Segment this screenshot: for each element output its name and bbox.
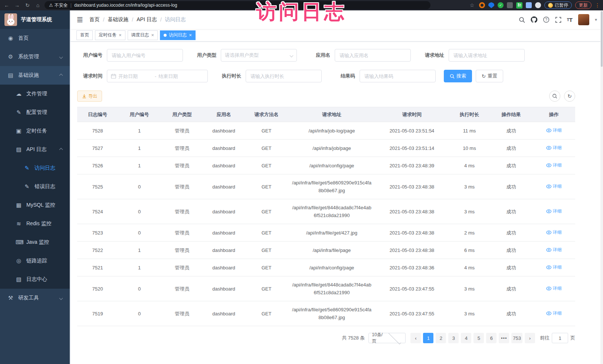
- hide-search-icon[interactable]: [549, 91, 560, 102]
- sidebar-item-file-management[interactable]: ☁文件管理: [0, 85, 70, 103]
- address-bar[interactable]: ⚠不安全 | dashboard.yudao.iocoder.cn/infra/…: [45, 1, 430, 9]
- tab-access-log[interactable]: 访问日志×: [160, 30, 196, 40]
- page-button[interactable]: 1: [423, 333, 433, 343]
- sidebar-item-trace[interactable]: ◎链路追踪: [0, 252, 70, 270]
- breadcrumb-item[interactable]: 基础设施: [108, 16, 128, 23]
- fullscreen-icon[interactable]: [555, 17, 561, 23]
- sidebar-item-devtools[interactable]: ⚒研发工具: [0, 289, 70, 307]
- sidebar-item-home[interactable]: ◉首页: [0, 29, 70, 47]
- start-date-input[interactable]: [118, 73, 153, 79]
- breadcrumb-item[interactable]: API 日志: [137, 16, 157, 23]
- extensions-pin-icon[interactable]: [535, 2, 541, 8]
- cell-action: 详细: [532, 259, 575, 276]
- page-button[interactable]: 3: [448, 333, 459, 343]
- sidebar-item-log-center[interactable]: ▧日志中心: [0, 270, 70, 289]
- extension-icon-blocks[interactable]: [507, 2, 513, 8]
- tab-job-log[interactable]: 调度日志×: [128, 30, 158, 40]
- breadcrumb-item[interactable]: 首页: [89, 16, 99, 23]
- detail-link[interactable]: 详细: [546, 183, 562, 190]
- page-button[interactable]: 2: [436, 333, 446, 343]
- tab-scheduled-jobs[interactable]: 定时任务×: [95, 30, 125, 40]
- tab-home[interactable]: 首页: [76, 30, 93, 40]
- translate-icon[interactable]: 翻: [516, 2, 522, 9]
- user-type-select[interactable]: 请选择用户类型: [221, 49, 297, 62]
- cell-user-id: 0: [118, 174, 161, 199]
- export-button[interactable]: 导出: [77, 91, 102, 102]
- detail-link[interactable]: 详细: [546, 127, 562, 134]
- chevron-down-icon[interactable]: ▾: [595, 17, 597, 22]
- help-icon[interactable]: ?: [543, 16, 550, 23]
- duration-input[interactable]: [246, 70, 322, 82]
- app-logo[interactable]: 芋道管理系统: [0, 10, 70, 29]
- page-button[interactable]: 6: [486, 333, 497, 343]
- font-size-icon[interactable]: TT: [567, 17, 573, 23]
- sidebar-item-label: 链路追踪: [26, 258, 47, 264]
- table-row: 75271管理员dashboardGET/api/infra/job/page2…: [77, 140, 575, 157]
- sidebar-item-api-log[interactable]: ▨API 日志: [0, 140, 70, 159]
- sidebar-item-scheduled-jobs[interactable]: ▣定时任务: [0, 122, 70, 140]
- reset-button[interactable]: ↻ 重置: [476, 70, 503, 82]
- close-icon[interactable]: ×: [151, 33, 154, 37]
- update-button[interactable]: 更新: [575, 1, 591, 9]
- date-range-picker[interactable]: -: [107, 70, 208, 82]
- address-separator: |: [71, 3, 72, 8]
- detail-link[interactable]: 详细: [546, 229, 562, 236]
- sidebar-item-java-monitor[interactable]: ⌨Java 监控: [0, 233, 70, 252]
- extension-icon-shield[interactable]: [488, 2, 494, 8]
- prev-page-button[interactable]: ‹: [410, 333, 421, 343]
- forward-icon[interactable]: →: [13, 2, 21, 8]
- pagination: 共 7528 条 10条/页 ‹ 123456•••753 › 前往: [77, 333, 575, 343]
- total-count: 共 7528 条: [342, 335, 365, 341]
- result-code-input[interactable]: [360, 70, 436, 82]
- home-icon[interactable]: ⌂: [34, 2, 42, 8]
- detail-link[interactable]: 详细: [546, 285, 562, 292]
- sidebar-item-infra[interactable]: ▤基础设施: [0, 66, 70, 85]
- page-button[interactable]: 5: [473, 333, 484, 343]
- reload-icon[interactable]: ↻: [24, 2, 31, 8]
- scrollbar-thumb[interactable]: [601, 11, 603, 67]
- sidebar-item-system[interactable]: ⚙系统管理: [0, 47, 70, 66]
- detail-link[interactable]: 详细: [546, 161, 562, 169]
- extension-icon-green[interactable]: ✓: [498, 2, 504, 8]
- sidebar-item-mysql-monitor[interactable]: ▦MySQL 监控: [0, 196, 70, 214]
- page-button[interactable]: 753: [511, 333, 522, 343]
- end-date-input[interactable]: [158, 73, 193, 79]
- page-button[interactable]: 4: [461, 333, 471, 343]
- close-icon[interactable]: ×: [119, 33, 122, 37]
- svg-text:?: ?: [545, 18, 547, 22]
- search-button[interactable]: 搜索: [444, 70, 472, 82]
- security-warning[interactable]: ⚠不安全: [49, 2, 68, 9]
- goto-page-input[interactable]: [552, 333, 568, 343]
- github-icon[interactable]: [531, 16, 537, 23]
- request-url-input[interactable]: [449, 49, 525, 62]
- extension-icon-orange[interactable]: [479, 2, 485, 8]
- paused-badge[interactable]: 已暂停: [544, 1, 572, 9]
- detail-link[interactable]: 详细: [546, 207, 562, 215]
- cell-app-name: dashboard: [203, 199, 244, 224]
- cell-method: GET: [244, 259, 289, 276]
- sidebar-item-redis-monitor[interactable]: ≋Redis 监控: [0, 214, 70, 233]
- browser-menu-icon[interactable]: ⋮: [595, 2, 600, 8]
- user-avatar[interactable]: [578, 14, 589, 25]
- next-page-button[interactable]: ›: [525, 333, 535, 343]
- close-icon[interactable]: ×: [189, 33, 192, 37]
- app-name-input[interactable]: [335, 49, 411, 62]
- detail-link[interactable]: 详细: [546, 309, 562, 317]
- extension-icon-flask[interactable]: [526, 2, 532, 8]
- sidebar-item-config-management[interactable]: ✎配置管理: [0, 103, 70, 122]
- detail-link[interactable]: 详细: [546, 246, 562, 254]
- detail-link[interactable]: 详细: [546, 144, 562, 152]
- detail-link[interactable]: 详细: [546, 263, 562, 271]
- cell-app-name: dashboard: [203, 157, 244, 174]
- back-icon[interactable]: ←: [3, 2, 10, 8]
- sidebar-item-error-log[interactable]: ✎错误日志: [0, 177, 70, 196]
- user-id-input[interactable]: [107, 49, 183, 62]
- menu-collapse-icon[interactable]: ≣: [76, 16, 83, 24]
- refresh-icon[interactable]: ↻: [564, 91, 575, 102]
- page-size-select[interactable]: 10条/页: [368, 333, 406, 343]
- search-icon[interactable]: [519, 17, 525, 23]
- cell-app-name: dashboard: [203, 174, 244, 199]
- sidebar-item-access-log[interactable]: ✎访问日志: [0, 159, 70, 177]
- page-scrollbar[interactable]: [600, 10, 603, 364]
- bookmark-star-icon[interactable]: ☆: [468, 2, 476, 8]
